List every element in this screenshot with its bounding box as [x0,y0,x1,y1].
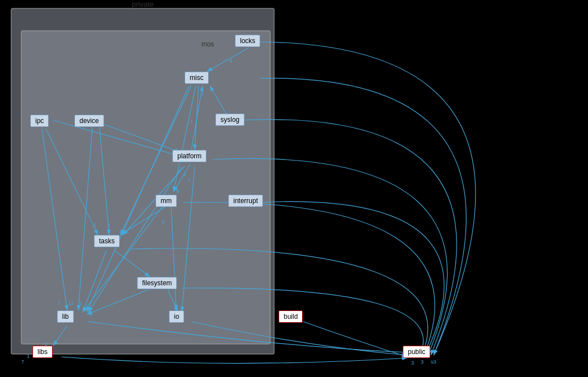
node-syslog-label: syslog [220,116,239,124]
node-public[interactable]: public [403,346,430,358]
node-misc[interactable]: misc [185,72,209,84]
edge-label-12: 12 [68,300,74,306]
edge-label-1f: 1 [79,300,82,306]
node-misc-label: misc [190,74,204,82]
node-platform-label: platform [177,152,201,160]
edge-label-s3: s3 [431,359,436,365]
node-syslog[interactable]: syslog [215,114,244,126]
node-mm-label: mm [161,197,172,205]
edge-label-3b: 3 [411,360,414,366]
edge-label-8: 8 [90,312,92,317]
node-locks[interactable]: locks [235,35,260,47]
node-public-label: public [408,348,425,356]
node-build-label: build [284,313,298,321]
node-ipc[interactable]: ipc [30,115,49,127]
private-label: private [131,0,153,8]
mos-label: mos [201,40,214,48]
arrow-libs-public [62,357,407,364]
node-locks-label: locks [240,37,255,45]
edge-label-4: 4 [229,58,232,64]
node-lib-label: lib [62,313,69,321]
node-platform[interactable]: platform [172,150,206,162]
node-io[interactable]: io [169,310,184,323]
node-device-label: device [79,117,99,125]
node-tasks[interactable]: tasks [94,235,120,247]
node-tasks-label: tasks [99,237,115,245]
node-io-label: io [174,313,179,321]
node-ipc-label: ipc [35,117,44,125]
edge-label-2: 2 [184,172,186,177]
node-interrupt-label: interrupt [233,197,258,205]
private-inner-rect [21,31,270,344]
edge-label-7b: 7 [21,359,24,365]
edge-label-1e: 1 [188,177,191,182]
node-device[interactable]: device [74,115,104,127]
edge-label-1h: 1 [27,354,30,359]
node-filesystem[interactable]: filesystem [137,277,177,289]
arrow-build-public [303,322,407,357]
edge-label-1b: 1 [190,119,193,124]
edge-label-9: 9 [176,189,179,194]
edge-label-1a: 1 [201,91,204,96]
node-filesystem-label: filesystem [142,279,172,287]
node-libs[interactable]: libs [32,346,53,358]
arrow-interrupt-public [258,201,444,355]
node-build[interactable]: build [279,310,303,323]
node-mm[interactable]: mm [156,195,177,207]
edge-label-7: 7 [58,300,60,306]
edge-label-4b: 4 [162,219,164,225]
node-interrupt[interactable]: interrupt [228,195,263,207]
node-libs-label: libs [37,348,48,356]
edge-label-3c: 3 [421,359,424,365]
edge-label-1d: 1 [93,222,96,228]
graph-container: private [0,0,588,377]
node-lib[interactable]: lib [57,310,74,323]
edge-label-1c: 1 [107,222,110,228]
